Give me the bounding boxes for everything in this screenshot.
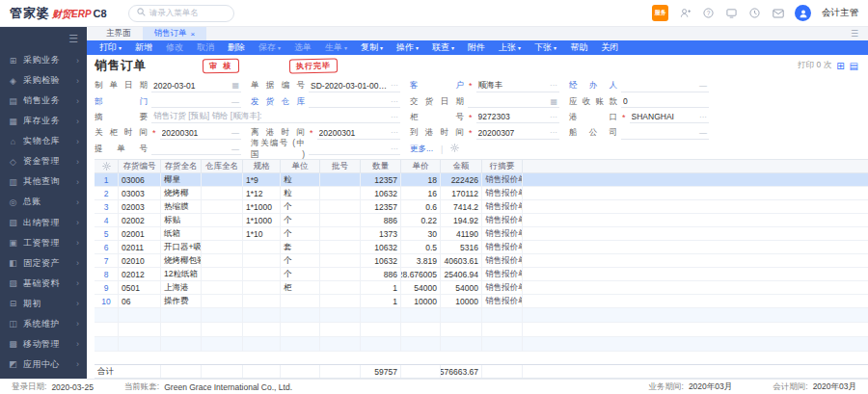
sidebar-item-14[interactable]: ◫系统维护›: [0, 314, 87, 334]
lookup-ellipsis-icon[interactable]: ···: [550, 128, 557, 137]
add-user-icon[interactable]: [679, 7, 692, 19]
sidebar-item-12[interactable]: ▨基础资料›: [0, 274, 87, 294]
lookup-ellipsis-icon[interactable]: ···: [550, 81, 557, 90]
column-header-code[interactable]: 存货编号: [119, 160, 161, 172]
column-header-unit[interactable]: 单位: [281, 160, 320, 172]
panel-view-icon[interactable]: ▤: [850, 61, 858, 71]
sidebar-item-9[interactable]: ▧出纳管理›: [0, 213, 87, 233]
sidebar-item-7[interactable]: ▥其他查询›: [0, 171, 87, 192]
lookup-dash-icon[interactable]: —: [699, 128, 707, 137]
field-input[interactable]: 顺海丰···: [476, 80, 559, 92]
column-header-warehouse[interactable]: 仓库全名: [202, 160, 243, 172]
mail-icon[interactable]: [772, 7, 784, 19]
toolbar-button-11[interactable]: 联查▾: [425, 41, 461, 54]
toolbar-button-1[interactable]: 打印▾: [93, 41, 128, 54]
table-row-9[interactable]: 90501上海港柜15400054000销售报价单...: [95, 281, 868, 295]
field-label[interactable]: 客户: [410, 80, 464, 92]
gear-icon[interactable]: [450, 144, 459, 154]
field-input[interactable]: SD-2020-03-01-00005···: [309, 80, 400, 92]
monitor-icon[interactable]: [725, 7, 738, 19]
column-header-name[interactable]: 存货全名: [161, 160, 202, 172]
sidebar-item-10[interactable]: ▣工资管理›: [0, 233, 87, 253]
lookup-ellipsis-icon[interactable]: ···: [391, 81, 398, 90]
field-input[interactable]: 销售订货 [预贴] 销给 [顺海丰]:···: [151, 111, 400, 123]
lookup-ellipsis-icon[interactable]: ···: [391, 128, 398, 137]
field-label[interactable]: 发货仓库: [251, 96, 305, 108]
lookup-ellipsis-icon[interactable]: ···: [699, 113, 707, 121]
field-input[interactable]: —: [621, 80, 709, 92]
field-input[interactable]: ▦: [468, 95, 559, 108]
close-tab-icon[interactable]: ×: [191, 30, 196, 39]
lookup-dash-icon[interactable]: —: [231, 128, 239, 137]
sidebar-item-6[interactable]: ◇资金管理›: [0, 151, 87, 171]
table-row-10[interactable]: 1006操作费11000010000销售报价单...: [95, 295, 868, 308]
toolbar-button-9[interactable]: 复制▾: [354, 41, 390, 54]
field-input[interactable]: ···: [309, 95, 400, 108]
toolbar-button-13[interactable]: 上张▾: [492, 41, 528, 54]
tab-list-icon[interactable]: ☰: [841, 27, 868, 40]
help-icon[interactable]: ?: [702, 7, 715, 19]
field-input[interactable]: 2020-03-01▦: [151, 80, 241, 92]
column-header-spec[interactable]: 规格: [243, 160, 281, 172]
sidebar-item-5[interactable]: ⌂实物仓库›: [0, 131, 87, 151]
lookup-ellipsis-icon[interactable]: ···: [391, 144, 398, 153]
sidebar-item-11[interactable]: ◧固定资产›: [0, 253, 87, 274]
sidebar-item-2[interactable]: ◈采购检验›: [0, 70, 87, 91]
table-row-3[interactable]: 302003热缩膜1*1000个123570.67414.2销售报价单...: [95, 200, 868, 214]
service-badge-icon[interactable]: 服务: [652, 5, 668, 21]
field-input[interactable]: —: [621, 127, 709, 140]
toolbar-button-10[interactable]: 操作▾: [390, 41, 425, 54]
field-input[interactable]: —: [151, 95, 241, 108]
history-icon[interactable]: [748, 7, 761, 19]
column-header-memo[interactable]: 行摘要: [482, 160, 523, 172]
field-input[interactable]: —: [151, 143, 241, 155]
toolbar-button-16[interactable]: 关闭: [594, 41, 625, 54]
field-label[interactable]: 经办人: [569, 80, 617, 92]
column-header-batch[interactable]: 批号: [320, 160, 361, 172]
field-input[interactable]: ···: [309, 143, 400, 155]
column-settings-gear-icon[interactable]: [95, 160, 119, 172]
toolbar-button-12[interactable]: 附件: [461, 41, 492, 54]
calendar-icon[interactable]: ▦: [231, 81, 239, 90]
lookup-ellipsis-icon[interactable]: ···: [391, 97, 398, 106]
field-input[interactable]: 20200301—: [160, 127, 241, 140]
table-row-6[interactable]: 602011开口器+吸管套106320.55316销售报价单...: [95, 241, 868, 254]
column-header-price[interactable]: 单价: [401, 160, 441, 172]
table-row-7[interactable]: 702010烧烤椰包装袋个106323.81940603.61销售报价单...: [95, 254, 868, 268]
calendar-icon[interactable]: ▦: [550, 97, 557, 106]
sidebar-item-13[interactable]: ⊟期初›: [0, 294, 87, 314]
sidebar-item-1[interactable]: ⊞采购业务›: [0, 50, 87, 70]
field-input[interactable]: 20200307···: [476, 127, 559, 140]
table-row-8[interactable]: 80201212粒纸箱个88628.67600525406.94销售报价单...: [95, 268, 868, 281]
table-row-5[interactable]: 502001纸箱1*10个13733041190销售报价单...: [95, 227, 868, 241]
grid-view-icon[interactable]: ⊞: [836, 61, 844, 71]
more-fields-link[interactable]: 更多...: [410, 144, 433, 155]
field-label[interactable]: 部门: [95, 96, 148, 108]
field-input[interactable]: SHANGHAI···: [630, 111, 709, 123]
table-row-4[interactable]: 402002标贴1*1000个8860.22194.92销售报价单...: [95, 214, 868, 227]
lookup-dash-icon[interactable]: —: [699, 81, 707, 90]
sidebar-item-16[interactable]: ◩应用中心›: [0, 355, 87, 375]
column-header-qty[interactable]: 数量: [361, 160, 401, 172]
current-user-name[interactable]: 会计主管: [822, 7, 858, 19]
user-avatar[interactable]: [795, 5, 811, 21]
lookup-dash-icon[interactable]: —: [231, 144, 239, 153]
sidebar-item-3[interactable]: ▤销售业务›: [0, 91, 87, 111]
sidebar-collapse-icon[interactable]: ☰: [68, 33, 78, 45]
toolbar-button-5[interactable]: 删除: [221, 41, 252, 54]
toolbar-button-14[interactable]: 下张▾: [528, 41, 563, 54]
lookup-ellipsis-icon[interactable]: ···: [550, 113, 557, 121]
sidebar-item-8[interactable]: ◎总账›: [0, 192, 87, 212]
tab-sales-order[interactable]: 销售订单 ×: [143, 27, 207, 40]
toolbar-button-2[interactable]: 新增: [128, 41, 159, 54]
toolbar-button-15[interactable]: 帮助: [563, 41, 594, 54]
column-header-amount[interactable]: 金额: [441, 160, 482, 172]
menu-search-input[interactable]: 请录入菜单名: [128, 5, 234, 22]
field-input[interactable]: 0: [621, 95, 709, 108]
lookup-ellipsis-icon[interactable]: ···: [391, 113, 398, 121]
sidebar-item-4[interactable]: ▦库存业务›: [0, 111, 87, 131]
sidebar-item-15[interactable]: ▩移动管理›: [0, 334, 87, 355]
table-row-1[interactable]: 103006椰皇1*9粒1235718222426销售报价单...: [95, 173, 868, 187]
table-row-2[interactable]: 203003烧烤椰1*12粒1063216170112销售报价单...: [95, 187, 868, 200]
field-input[interactable]: 9272303···: [476, 111, 559, 123]
